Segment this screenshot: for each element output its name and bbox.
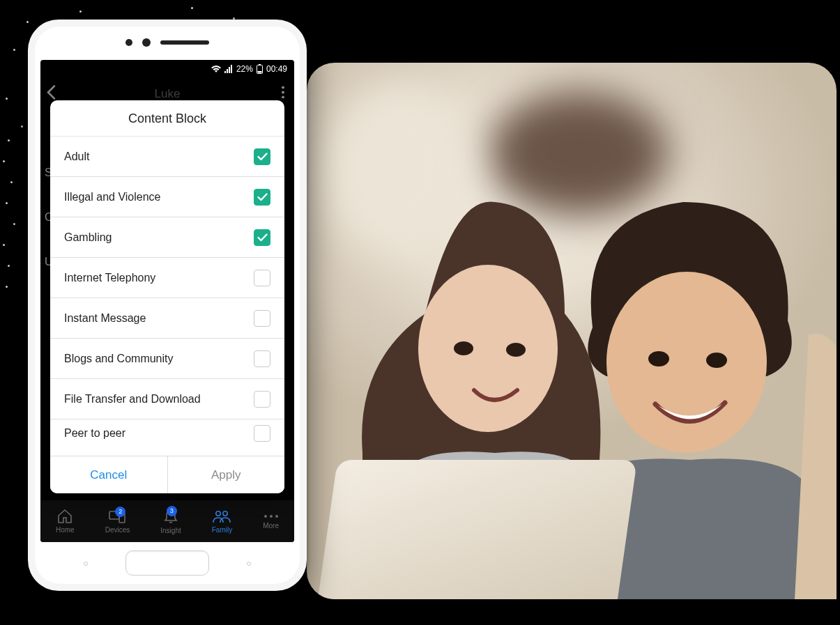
- cancel-button[interactable]: Cancel: [50, 456, 168, 493]
- home-button[interactable]: [125, 550, 209, 576]
- category-label: Peer to peer: [64, 427, 125, 440]
- tab-label: Devices: [105, 526, 130, 534]
- modal-title: Content Block: [50, 100, 284, 136]
- checkbox[interactable]: [254, 270, 270, 286]
- category-row[interactable]: Internet Telephony: [50, 257, 284, 298]
- checkbox[interactable]: [254, 350, 270, 367]
- tab-family[interactable]: Family: [212, 509, 232, 534]
- modal-category-list[interactable]: AdultIllegal and ViolenceGamblingInterne…: [50, 136, 284, 456]
- kebab-menu-icon[interactable]: [282, 86, 284, 102]
- checkbox[interactable]: [254, 229, 270, 246]
- tablet-device: [318, 460, 637, 599]
- lifestyle-photo: [307, 63, 837, 599]
- category-row[interactable]: Gambling: [50, 217, 284, 257]
- checkbox[interactable]: [254, 148, 270, 165]
- modal-actions: Cancel Apply: [50, 456, 284, 493]
- svg-rect-7: [259, 64, 261, 65]
- svg-point-14: [216, 511, 220, 515]
- home-icon: [57, 509, 72, 525]
- svg-point-17: [270, 515, 273, 518]
- clock-time: 00:49: [266, 64, 287, 74]
- tab-label: Insight: [160, 527, 181, 534]
- category-row[interactable]: Illegal and Violence: [50, 176, 284, 217]
- category-row[interactable]: File Transfer and Download: [50, 378, 284, 419]
- tab-home[interactable]: Home: [56, 509, 75, 534]
- tab-label: Home: [56, 526, 75, 534]
- tab-devices[interactable]: Devices2: [105, 509, 130, 534]
- more-icon: [264, 513, 279, 520]
- phone-sensors: [35, 39, 300, 46]
- checkbox[interactable]: [254, 391, 270, 408]
- svg-point-10: [282, 91, 284, 94]
- status-bar: 22% 00:49: [40, 60, 294, 78]
- svg-point-5: [706, 353, 727, 368]
- battery-percent: 22%: [236, 64, 253, 74]
- bottom-tab-bar: HomeDevices2Insight3FamilyMore: [40, 500, 294, 542]
- svg-point-4: [648, 351, 669, 366]
- category-label: Gambling: [64, 231, 112, 244]
- category-row[interactable]: Blogs and Community: [50, 338, 284, 378]
- badge: 2: [115, 507, 125, 517]
- svg-point-11: [282, 96, 284, 99]
- content-block-modal: Content Block AdultIllegal and ViolenceG…: [50, 100, 284, 493]
- apply-button[interactable]: Apply: [168, 456, 285, 493]
- svg-point-15: [223, 511, 227, 515]
- phone-frame: 22% 00:49 Luke S C U: [28, 20, 307, 591]
- soft-key-left: [84, 562, 88, 566]
- svg-point-18: [275, 515, 278, 518]
- category-row[interactable]: Instant Message: [50, 298, 284, 338]
- battery-icon: [257, 64, 263, 74]
- soft-key-right: [247, 562, 251, 566]
- page-title: Luke: [155, 87, 181, 101]
- svg-rect-8: [257, 71, 261, 73]
- category-row[interactable]: Adult: [50, 136, 284, 176]
- category-row[interactable]: Peer to peer: [50, 419, 284, 447]
- category-label: Adult: [64, 151, 89, 163]
- wifi-icon: [211, 65, 221, 73]
- category-label: File Transfer and Download: [64, 393, 201, 406]
- checkbox[interactable]: [254, 310, 270, 327]
- svg-point-1: [454, 341, 473, 355]
- category-label: Internet Telephony: [64, 272, 155, 284]
- checkbox[interactable]: [254, 425, 270, 442]
- phone-screen: 22% 00:49 Luke S C U: [40, 60, 294, 542]
- tab-label: Family: [212, 526, 232, 534]
- svg-point-16: [264, 515, 267, 518]
- tab-insight[interactable]: Insight3: [160, 509, 181, 534]
- svg-point-3: [606, 272, 767, 453]
- svg-point-9: [282, 86, 284, 89]
- signal-icon: [224, 65, 233, 73]
- checkbox[interactable]: [254, 189, 270, 206]
- people-icon: [213, 509, 231, 525]
- tab-more[interactable]: More: [263, 513, 279, 530]
- tab-label: More: [263, 522, 279, 530]
- badge: 3: [167, 506, 177, 516]
- category-label: Instant Message: [64, 312, 146, 325]
- category-label: Blogs and Community: [64, 353, 174, 365]
- category-label: Illegal and Violence: [64, 191, 160, 203]
